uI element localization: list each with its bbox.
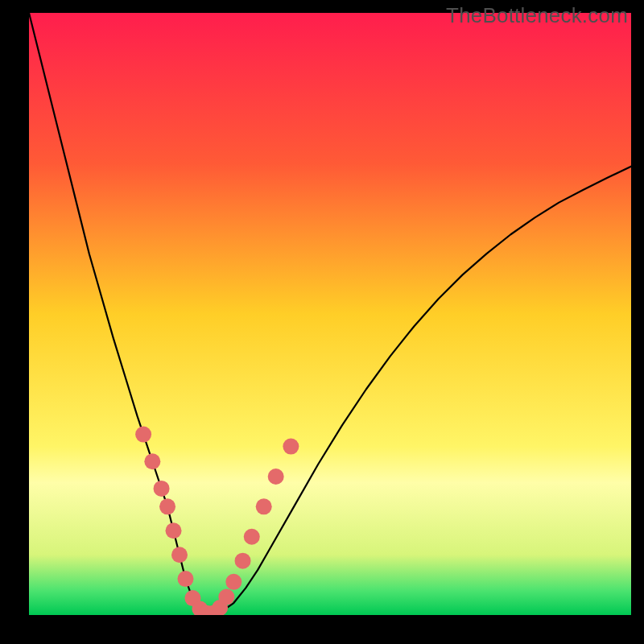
highlight-point xyxy=(218,589,234,605)
highlight-point xyxy=(135,427,151,443)
highlight-point xyxy=(235,553,251,569)
chart-frame: TheBottleneck.com xyxy=(0,0,644,644)
highlight-point xyxy=(144,453,160,469)
chart-svg xyxy=(29,13,631,615)
highlight-point xyxy=(154,481,170,497)
highlight-point xyxy=(268,469,284,485)
highlight-point xyxy=(225,574,242,590)
highlight-point xyxy=(283,439,299,455)
watermark: TheBottleneck.com xyxy=(446,3,628,28)
highlight-point xyxy=(244,529,260,545)
plot-area xyxy=(29,13,631,615)
gradient-background xyxy=(29,13,631,615)
highlight-point xyxy=(256,498,272,514)
highlight-point xyxy=(171,547,188,563)
highlight-point xyxy=(166,522,182,539)
highlight-point xyxy=(177,571,193,587)
highlight-point xyxy=(159,498,175,514)
